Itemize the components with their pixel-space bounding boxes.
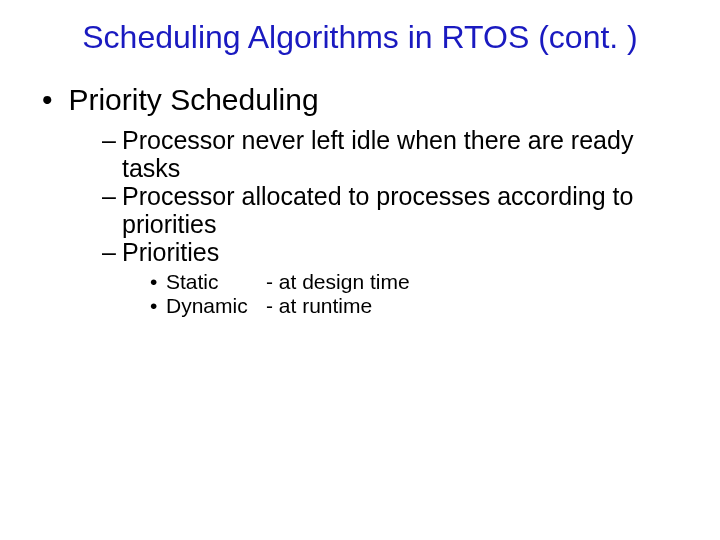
level1-text: Priority Scheduling [68,83,318,116]
level2-list: – Processor never left idle when there a… [102,126,690,266]
bullet-dot-icon: • [150,270,166,294]
bullet-dot-icon: • [42,83,64,116]
level3-label: Static [166,270,266,294]
dash-icon: – [102,238,122,266]
slide-title: Scheduling Algorithms in RTOS (cont. ) [30,20,690,55]
dash-icon: – [102,126,122,154]
level2-item: – Priorities [102,238,690,266]
level3-list: • Static - at design time • Dynamic - at… [150,270,690,318]
level3-item: • Static - at design time [150,270,690,294]
level2-item: – Processor allocated to processes accor… [102,182,690,238]
level2-text: Priorities [122,238,219,266]
dash-icon: – [102,182,122,210]
level2-text: Processor allocated to processes accordi… [122,182,672,238]
level2-item: – Processor never left idle when there a… [102,126,690,182]
level3-desc: - at runtime [266,294,372,318]
level2-text: Processor never left idle when there are… [122,126,672,182]
bullet-level1: • Priority Scheduling [42,83,690,116]
level3-desc: - at design time [266,270,410,294]
slide: Scheduling Algorithms in RTOS (cont. ) •… [0,0,720,540]
level3-item: • Dynamic - at runtime [150,294,690,318]
level3-label: Dynamic [166,294,266,318]
bullet-dot-icon: • [150,294,166,318]
